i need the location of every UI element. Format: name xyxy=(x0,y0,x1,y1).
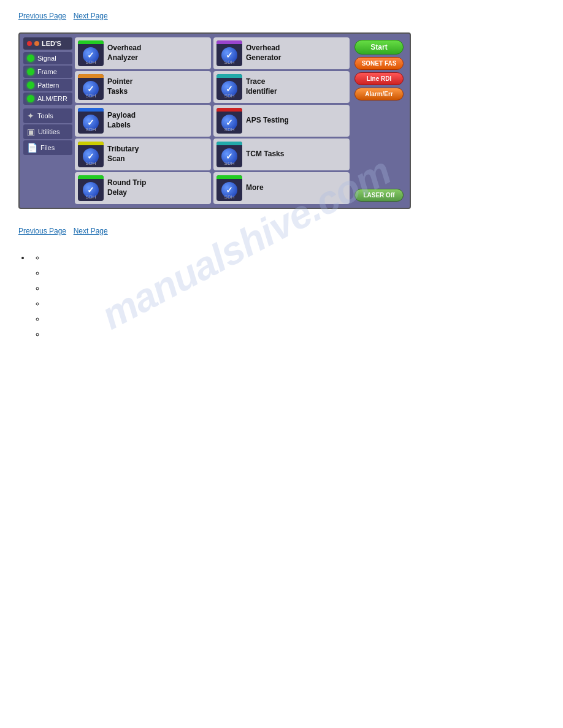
prev-page-link-top[interactable]: Previous Page xyxy=(18,12,66,20)
prev-page-link-bottom[interactable]: Previous Page xyxy=(18,227,66,235)
sdh-label: SDH xyxy=(78,59,104,65)
leds-section: LED'S xyxy=(23,37,72,50)
overhead-analyzer-icon: ✓ SDH xyxy=(78,40,104,66)
sidebar-item-signal[interactable]: Signal xyxy=(23,52,72,64)
overhead-generator-cell[interactable]: ✓ SDH Overhead Generator xyxy=(213,37,350,69)
leds-label: LED'S xyxy=(42,40,61,47)
sub-bullet-list xyxy=(45,251,545,342)
bottom-navigation: Previous Page Next Page xyxy=(0,221,563,245)
round-trip-delay-cell[interactable]: ✓ SDH Round Trip Delay xyxy=(75,172,211,204)
sidebar-item-utilities[interactable]: ▣ Utilities xyxy=(23,124,72,139)
sub-item-5 xyxy=(45,313,545,326)
more-cell[interactable]: ✓ SDH More xyxy=(213,172,350,204)
function-grid: ✓ SDH Overhead Analyzer ✓ SDH xyxy=(75,37,350,204)
stripe-teal xyxy=(216,74,242,78)
grid-column-right: ✓ SDH Overhead Generator ✓ SDH xyxy=(213,37,350,204)
stripe-orange xyxy=(78,74,104,78)
v-checkmark: ✓ xyxy=(226,151,233,161)
sub-item-1 xyxy=(45,251,545,265)
stripe-green2 xyxy=(78,175,104,179)
frame-label: Frame xyxy=(37,68,57,75)
v-checkmark: ✓ xyxy=(87,84,94,94)
tributary-scan-cell[interactable]: ✓ SDH Tributary Scan xyxy=(75,138,211,170)
more-icon: ✓ SDH xyxy=(216,175,242,201)
sidebar-item-almerr[interactable]: ALM/ERR xyxy=(23,93,72,105)
sdh-label: SDH xyxy=(216,59,242,65)
action-buttons-panel: Start SONET FAS Line RDI Alarm/Err LASER… xyxy=(352,37,406,204)
v-checkmark: ✓ xyxy=(87,118,94,127)
sidebar-item-frame[interactable]: Frame xyxy=(23,66,72,78)
v-checkmark: ✓ xyxy=(226,118,233,127)
v-checkmark: ✓ xyxy=(226,185,233,195)
round-trip-delay-label: Round Trip Delay xyxy=(107,178,146,197)
start-button[interactable]: Start xyxy=(354,40,404,55)
tcm-tasks-label: TCM Tasks xyxy=(246,150,284,159)
files-icon: 📄 xyxy=(27,143,37,153)
frame-dot xyxy=(27,68,34,75)
v-checkmark: ✓ xyxy=(226,84,233,94)
payload-labels-label: Payload Labels xyxy=(107,111,136,130)
aps-testing-icon: ✓ SDH xyxy=(216,108,242,134)
pattern-label: Pattern xyxy=(37,82,59,89)
sidebar-item-tools[interactable]: ✦ Tools xyxy=(23,108,72,123)
sdh-label: SDH xyxy=(78,194,104,200)
alarm-err-button[interactable]: Alarm/Err xyxy=(354,88,404,100)
stripe-green xyxy=(78,40,104,44)
signal-label: Signal xyxy=(37,55,56,62)
main-ui-panel: LED'S Signal Frame Pattern ALM/ERR ✦ Too… xyxy=(18,32,411,209)
sonet-fas-button[interactable]: SONET FAS xyxy=(354,57,404,70)
trace-identifier-label: Trace Identifier xyxy=(246,77,277,96)
pointer-tasks-label: Pointer Tasks xyxy=(107,77,132,96)
tools-label: Tools xyxy=(37,112,53,119)
utilities-icon: ▣ xyxy=(27,127,35,137)
aps-testing-label: APS Testing xyxy=(246,116,289,126)
sdh-label: SDH xyxy=(216,93,242,99)
next-page-link-bottom[interactable]: Next Page xyxy=(74,227,108,235)
content-body xyxy=(0,245,563,348)
tributary-scan-label: Tributary Scan xyxy=(107,145,139,164)
v-checkmark: ✓ xyxy=(87,185,94,195)
trace-identifier-cell[interactable]: ✓ SDH Trace Identifier xyxy=(213,71,350,103)
grid-column-left: ✓ SDH Overhead Analyzer ✓ SDH xyxy=(75,37,211,204)
overhead-generator-icon: ✓ SDH xyxy=(216,40,242,66)
overhead-analyzer-label: Overhead Analyzer xyxy=(107,44,141,63)
round-trip-delay-icon: ✓ SDH xyxy=(78,175,104,201)
sdh-label: SDH xyxy=(78,93,104,99)
pattern-dot xyxy=(27,82,34,89)
sidebar: LED'S Signal Frame Pattern ALM/ERR ✦ Too… xyxy=(23,37,72,204)
payload-labels-cell[interactable]: ✓ SDH Payload Labels xyxy=(75,105,211,137)
almerr-dot xyxy=(27,95,34,102)
overhead-analyzer-cell[interactable]: ✓ SDH Overhead Analyzer xyxy=(75,37,211,69)
pointer-tasks-cell[interactable]: ✓ SDH Pointer Tasks xyxy=(75,71,211,103)
pointer-tasks-icon: ✓ SDH xyxy=(78,74,104,100)
signal-dot xyxy=(27,55,34,62)
led-red-dot xyxy=(27,41,32,46)
sub-item-2 xyxy=(45,267,545,280)
v-checkmark: ✓ xyxy=(226,50,233,60)
payload-labels-icon: ✓ SDH xyxy=(78,108,104,134)
laser-off-button[interactable]: LASER Off xyxy=(354,189,404,202)
stripe-green3 xyxy=(216,175,242,179)
sdh-label: SDH xyxy=(216,194,242,200)
stripe-teal2 xyxy=(216,142,242,145)
overhead-generator-label: Overhead Generator xyxy=(246,44,281,63)
sub-item-3 xyxy=(45,282,545,295)
sub-item-4 xyxy=(45,297,545,311)
next-page-link-top[interactable]: Next Page xyxy=(74,12,108,20)
line-rdi-button[interactable]: Line RDI xyxy=(354,72,404,85)
sdh-label: SDH xyxy=(78,127,104,132)
stripe-purple xyxy=(216,40,242,44)
bullet-item-1 xyxy=(31,251,545,342)
stripe-red xyxy=(216,108,242,112)
led-orange-dot xyxy=(34,41,39,46)
sidebar-item-pattern[interactable]: Pattern xyxy=(23,79,72,91)
tcm-tasks-cell[interactable]: ✓ SDH TCM Tasks xyxy=(213,138,350,170)
almerr-label: ALM/ERR xyxy=(37,95,67,102)
sidebar-item-files[interactable]: 📄 Files xyxy=(23,140,72,155)
tcm-tasks-icon: ✓ SDH xyxy=(216,142,242,167)
sdh-label: SDH xyxy=(216,161,242,166)
stripe-blue xyxy=(78,108,104,112)
files-label: Files xyxy=(40,144,55,151)
aps-testing-cell[interactable]: ✓ SDH APS Testing xyxy=(213,105,350,137)
tools-icon: ✦ xyxy=(27,111,34,121)
